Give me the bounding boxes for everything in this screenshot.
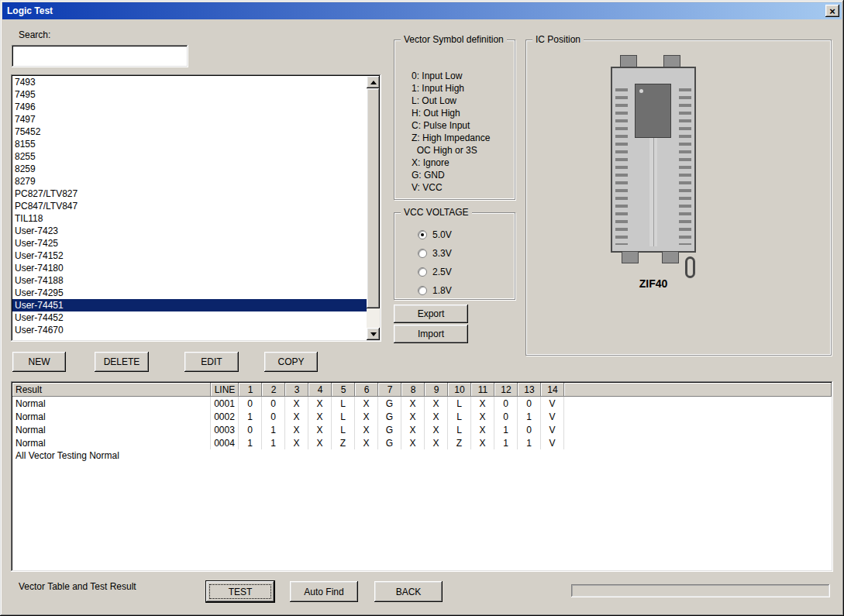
scroll-down-button[interactable] — [367, 328, 380, 340]
edit-button[interactable]: EDIT — [184, 352, 239, 372]
vector-cell: X — [471, 397, 494, 410]
result-table: ResultLINE1234567891011121314 Normal0001… — [11, 381, 833, 572]
vector-cell: 1 — [239, 436, 262, 449]
list-item[interactable]: User-74670 — [12, 324, 367, 336]
auto-find-button[interactable]: Auto Find — [290, 581, 358, 602]
vector-cell: L — [448, 397, 471, 410]
logic-test-window: Logic Test × Search: 7493749574967497754… — [0, 0, 844, 616]
column-header[interactable]: LINE — [211, 383, 239, 397]
column-header[interactable]: 4 — [308, 383, 332, 397]
vcc-option-2.5V[interactable]: 2.5V — [418, 263, 452, 281]
column-header[interactable]: Result — [12, 383, 211, 397]
vector-cell: G — [378, 423, 401, 436]
vcc-option-3.3V[interactable]: 3.3V — [418, 244, 452, 263]
title-bar[interactable]: Logic Test × — [2, 2, 842, 19]
list-item[interactable]: User-74180 — [12, 262, 367, 274]
vector-symbol-line: L: Out Low — [412, 95, 490, 107]
vector-cell: G — [378, 410, 401, 423]
vcc-option-1.8V[interactable]: 1.8V — [418, 281, 452, 300]
export-button[interactable]: Export — [394, 305, 468, 323]
test-button[interactable]: TEST — [206, 581, 274, 602]
pin1-dot-icon — [639, 89, 643, 93]
vector-symbol-group: Vector Symbol definition 0: Input Low1: … — [394, 40, 515, 200]
ic-position-group-title: IC Position — [532, 34, 584, 45]
list-item[interactable]: 8255 — [12, 150, 367, 163]
radio-icon — [418, 286, 427, 295]
vector-symbol-line: C: Pulse Input — [412, 119, 490, 132]
list-item[interactable]: 7496 — [12, 101, 367, 113]
socket-pin-slots-left — [615, 88, 628, 245]
column-header[interactable]: 12 — [494, 383, 518, 397]
ic-list: 7493749574967497754528155825582598279PC8… — [12, 76, 367, 340]
column-header[interactable]: 2 — [262, 383, 285, 397]
list-item[interactable]: User-74188 — [12, 274, 367, 287]
list-item[interactable]: User-7423 — [12, 225, 367, 237]
column-header[interactable]: 11 — [471, 383, 494, 397]
result-cell: Normal — [12, 410, 211, 423]
list-item[interactable]: PC847/LTV847 — [12, 200, 367, 212]
vector-symbol-line: H: Out High — [412, 107, 490, 119]
list-item[interactable]: 7493 — [12, 76, 367, 88]
column-header[interactable]: 7 — [378, 383, 401, 397]
list-item[interactable]: User-7425 — [12, 237, 367, 249]
result-row[interactable]: Normal000301XXLXGXXLX10V — [12, 423, 832, 436]
socket-tab-bottom-right — [662, 251, 679, 263]
column-header[interactable]: 14 — [541, 383, 564, 397]
list-item[interactable]: 7495 — [12, 88, 367, 101]
result-cell: Normal — [12, 436, 211, 449]
radio-icon — [418, 267, 427, 277]
column-header[interactable]: 1 — [239, 383, 262, 397]
back-button[interactable]: BACK — [374, 581, 443, 602]
scroll-up-icon — [370, 81, 377, 84]
list-item[interactable]: User-74152 — [12, 249, 367, 262]
list-item[interactable]: PC827/LTV827 — [12, 188, 367, 200]
vector-cell: V — [541, 436, 564, 449]
vector-cell: X — [308, 423, 332, 436]
column-header[interactable]: 3 — [285, 383, 308, 397]
summary-row: All Vector Testing Normal — [12, 449, 832, 463]
list-item[interactable]: 8259 — [12, 163, 367, 175]
vector-cell: 1 — [262, 436, 285, 449]
import-button[interactable]: Import — [394, 325, 468, 343]
vcc-option-label: 1.8V — [432, 285, 452, 296]
list-item[interactable]: User-74452 — [12, 311, 367, 324]
search-input[interactable] — [12, 45, 188, 67]
result-row[interactable]: Normal000100XXLXGXXLX00V — [12, 397, 832, 410]
vector-cell: X — [471, 423, 494, 436]
progress-bar — [571, 584, 830, 597]
list-item[interactable]: User-74295 — [12, 287, 367, 299]
vector-cell: X — [425, 397, 448, 410]
close-button[interactable]: × — [825, 5, 839, 17]
column-header[interactable]: 6 — [355, 383, 378, 397]
list-item[interactable]: TIL118 — [12, 212, 367, 225]
new-button[interactable]: NEW — [12, 352, 66, 372]
column-header[interactable]: 13 — [518, 383, 541, 397]
socket-tab-bottom-left — [622, 251, 639, 263]
vector-cell: 1 — [494, 423, 518, 436]
column-header[interactable]: 8 — [401, 383, 425, 397]
result-row[interactable]: Normal000210XXLXGXXLX01V — [12, 410, 832, 423]
column-header[interactable]: 5 — [332, 383, 355, 397]
vcc-option-5.0V[interactable]: 5.0V — [418, 225, 452, 244]
list-item[interactable]: 7497 — [12, 113, 367, 126]
list-item[interactable]: User-74451 — [12, 299, 367, 311]
list-item[interactable]: 8155 — [12, 138, 367, 150]
copy-button[interactable]: COPY — [264, 352, 318, 372]
delete-button[interactable]: DELETE — [95, 352, 149, 372]
vector-cell: X — [285, 423, 308, 436]
scroll-thumb[interactable] — [367, 88, 380, 308]
result-row[interactable]: Normal000411XXZXGXXZX11V — [12, 436, 832, 449]
column-header[interactable]: 9 — [425, 383, 448, 397]
list-scrollbar[interactable] — [367, 76, 380, 340]
vector-cell: 0 — [518, 423, 541, 436]
scroll-up-button[interactable] — [367, 76, 380, 88]
vector-symbol-line: V: VCC — [412, 181, 490, 194]
vector-symbol-group-title: Vector Symbol definition — [401, 34, 507, 45]
column-header[interactable]: 10 — [448, 383, 471, 397]
vector-cell: 1 — [518, 436, 541, 449]
vector-cell: 1 — [239, 410, 262, 423]
vector-cell: Z — [332, 436, 355, 449]
vector-cell: 1 — [494, 436, 518, 449]
list-item[interactable]: 75452 — [12, 126, 367, 138]
list-item[interactable]: 8279 — [12, 175, 367, 188]
